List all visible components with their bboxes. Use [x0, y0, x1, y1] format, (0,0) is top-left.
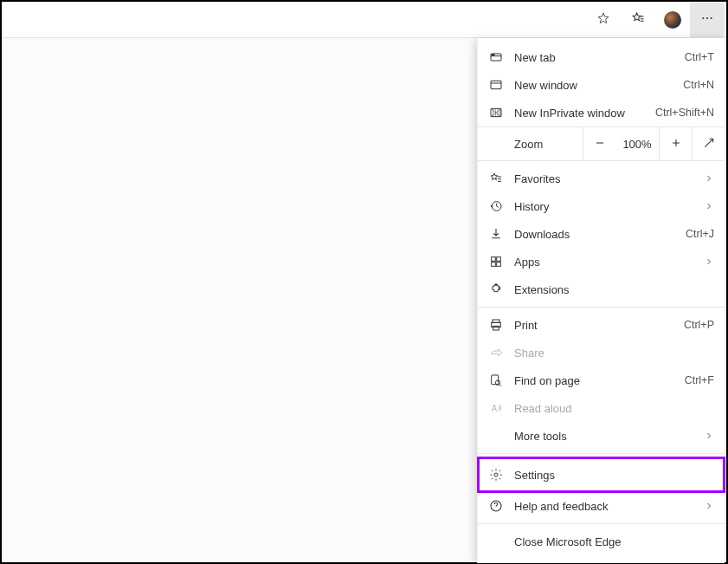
menu-item-label: More tools — [514, 430, 704, 443]
menu-item-label: Downloads — [514, 228, 686, 241]
svg-point-2 — [711, 17, 712, 19]
svg-rect-4 — [492, 55, 494, 55]
menu-item-favorites[interactable]: Favorites — [478, 165, 725, 192]
more-horizontal-icon — [700, 11, 714, 28]
menu-item-label: Settings — [514, 469, 714, 482]
history-icon — [488, 198, 504, 214]
inprivate-icon — [488, 105, 504, 120]
menu-item-shortcut: Ctrl+T — [685, 51, 714, 63]
browser-window: New tab Ctrl+T New window Ctrl+N New InP… — [0, 0, 728, 564]
gear-icon — [488, 467, 504, 483]
menu-item-label: New tab — [514, 51, 685, 64]
svg-point-19 — [494, 473, 498, 476]
chevron-right-icon — [704, 429, 714, 443]
svg-rect-5 — [491, 81, 501, 88]
menu-item-close-edge[interactable]: Close Microsoft Edge — [478, 528, 725, 555]
menu-item-label: New window — [514, 79, 683, 92]
svg-rect-9 — [497, 257, 501, 262]
menu-item-new-inprivate[interactable]: New InPrivate window Ctrl+Shift+N — [478, 99, 725, 126]
menu-item-history[interactable]: History — [478, 192, 725, 220]
menu-item-label: Extensions — [514, 283, 714, 296]
menu-item-shortcut: Ctrl+P — [684, 319, 714, 331]
svg-point-1 — [706, 17, 708, 19]
favorites-button[interactable] — [621, 3, 655, 37]
menu-item-shortcut: Ctrl+Shift+N — [655, 107, 714, 119]
menu-separator — [478, 307, 725, 308]
extensions-icon — [488, 282, 504, 297]
menu-item-label: Favorites — [514, 172, 704, 185]
avatar-icon — [664, 11, 681, 29]
menu-item-find-on-page[interactable]: Find on page Ctrl+F — [478, 366, 725, 394]
menu-item-label: New InPrivate window — [514, 107, 655, 120]
menu-item-shortcut: Ctrl+N — [683, 79, 714, 91]
menu-item-label: Close Microsoft Edge — [514, 535, 714, 548]
menu-item-extensions[interactable]: Extensions — [478, 276, 725, 303]
help-icon — [488, 498, 504, 514]
svg-point-0 — [702, 17, 704, 19]
page-content-area — [2, 38, 478, 562]
zoom-value: 100% — [615, 127, 659, 160]
menu-item-settings[interactable]: Settings — [478, 457, 725, 492]
star-outline-icon — [596, 11, 610, 28]
menu-item-label: Share — [514, 347, 714, 360]
svg-rect-16 — [493, 326, 499, 330]
zoom-out-button[interactable] — [583, 127, 615, 160]
share-icon — [488, 345, 504, 360]
new-window-icon — [488, 77, 504, 93]
menu-item-downloads[interactable]: Downloads Ctrl+J — [478, 220, 725, 248]
menu-item-new-window[interactable]: New window Ctrl+N — [478, 71, 725, 99]
downloads-icon — [488, 226, 504, 242]
svg-rect-8 — [492, 257, 496, 262]
menu-item-label: Apps — [514, 256, 704, 269]
menu-item-shortcut: Ctrl+J — [686, 228, 714, 240]
print-icon — [488, 317, 504, 333]
fullscreen-icon — [702, 136, 716, 152]
svg-rect-11 — [497, 263, 501, 267]
app-menu: New tab Ctrl+T New window Ctrl+N New InP… — [477, 38, 725, 563]
svg-rect-10 — [492, 263, 496, 267]
plus-icon — [669, 136, 683, 152]
find-icon — [488, 373, 504, 388]
zoom-label: Zoom — [514, 138, 543, 151]
menu-item-help[interactable]: Help and feedback — [478, 492, 725, 520]
minus-icon — [593, 136, 607, 152]
menu-item-label: Read aloud — [514, 402, 714, 415]
favorites-icon — [488, 171, 504, 186]
chevron-right-icon — [704, 255, 714, 269]
new-tab-icon — [488, 49, 504, 65]
menu-item-label: History — [514, 200, 704, 213]
chevron-right-icon — [704, 199, 714, 213]
menu-item-new-tab[interactable]: New tab Ctrl+T — [478, 43, 725, 71]
more-menu-button[interactable] — [690, 3, 725, 37]
menu-item-label: Help and feedback — [514, 500, 704, 513]
zoom-in-button[interactable] — [659, 127, 692, 160]
menu-item-label: Find on page — [514, 374, 685, 387]
chevron-right-icon — [704, 172, 714, 185]
top-toolbar — [2, 2, 726, 38]
chevron-right-icon — [704, 499, 714, 513]
menu-separator — [478, 523, 725, 524]
menu-item-read-aloud: Read aloud — [478, 394, 725, 422]
profile-button[interactable] — [655, 3, 690, 37]
svg-rect-17 — [492, 375, 499, 385]
menu-item-zoom: Zoom 100% — [478, 126, 725, 161]
apps-icon — [488, 254, 504, 269]
menu-item-shortcut: Ctrl+F — [685, 374, 714, 386]
menu-item-share: Share — [478, 339, 725, 366]
menu-item-print[interactable]: Print Ctrl+P — [478, 311, 725, 339]
fullscreen-button[interactable] — [692, 127, 725, 160]
menu-item-label: Print — [514, 319, 684, 332]
favorite-page-button[interactable] — [586, 3, 621, 37]
menu-separator — [478, 453, 725, 454]
read-aloud-icon — [488, 400, 504, 416]
star-lines-icon — [631, 11, 645, 28]
menu-item-more-tools[interactable]: More tools — [478, 422, 725, 450]
menu-item-apps[interactable]: Apps — [478, 248, 725, 276]
